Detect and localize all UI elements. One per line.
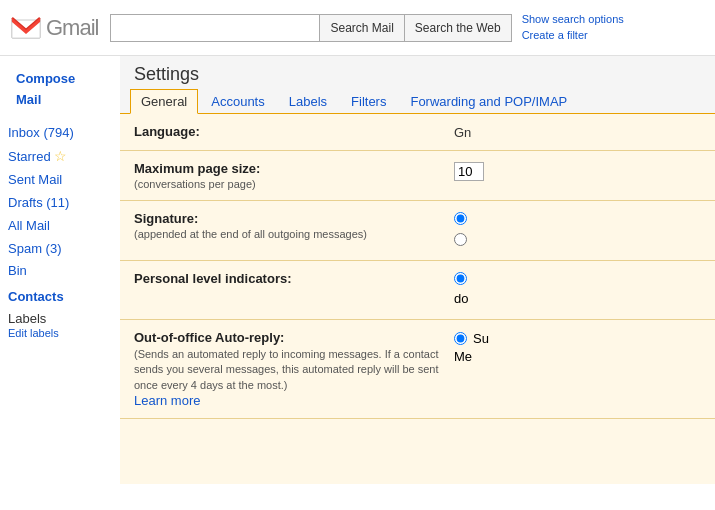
tab-labels[interactable]: Labels: [278, 89, 338, 113]
ooo-label-col: Out-of-office Auto-reply: (Sends an auto…: [134, 330, 454, 408]
compose-mail-link[interactable]: Compose Mail: [8, 68, 112, 112]
gmail-wordmark: Gmail: [46, 15, 98, 41]
sidebar-item-drafts[interactable]: Drafts (11): [0, 192, 120, 215]
starred-label-text: Starred: [8, 149, 51, 164]
signature-sublabel: (appended at the end of all outgoing mes…: [134, 228, 454, 240]
sidebar-item-starred[interactable]: Starred ☆: [0, 144, 120, 169]
ooo-label: Out-of-office Auto-reply:: [134, 330, 284, 345]
header: Gmail Search Mail Search the Web Show se…: [0, 0, 715, 56]
signature-row: Signature: (appended at the end of all o…: [120, 201, 715, 261]
language-label: Language:: [134, 124, 200, 139]
sidebar: Compose Mail Inbox (794) Starred ☆ Sent …: [0, 56, 120, 510]
show-search-options-link[interactable]: Show search options: [522, 12, 624, 27]
ooo-radio-2: Me: [454, 349, 489, 364]
sidebar-item-all[interactable]: All Mail: [0, 215, 120, 238]
language-label-col: Language:: [134, 124, 454, 139]
personal-control: do: [454, 271, 701, 309]
ooo-radio-label-2: Me: [454, 349, 472, 364]
search-web-button[interactable]: Search the Web: [405, 14, 512, 42]
tab-forwarding[interactable]: Forwarding and POP/IMAP: [399, 89, 578, 113]
ooo-row: Out-of-office Auto-reply: (Sends an auto…: [120, 320, 715, 419]
signature-radio-2: [454, 233, 467, 246]
ooo-radio-1: Su: [454, 331, 489, 346]
gmail-logo-icon: [10, 12, 42, 44]
tab-filters[interactable]: Filters: [340, 89, 397, 113]
personal-label-col: Personal level indicators:: [134, 271, 454, 286]
personal-radio-1: [454, 272, 468, 285]
ooo-control: Su Me: [454, 330, 701, 367]
search-bar: Search Mail Search the Web Show search o…: [110, 12, 623, 43]
personal-radio-text: do: [454, 291, 468, 306]
signature-label-col: Signature: (appended at the end of all o…: [134, 211, 454, 240]
sidebar-labels-heading: Labels: [0, 305, 120, 326]
ooo-description: (Sends an automated reply to incoming me…: [134, 347, 454, 393]
ooo-radio-label-1: Su: [473, 331, 489, 346]
personal-indicators-row: Personal level indicators: do: [120, 261, 715, 320]
logo-area: Gmail: [10, 12, 98, 44]
search-mail-button[interactable]: Search Mail: [320, 14, 404, 42]
signature-control: [454, 211, 701, 250]
personal-radio-input-1[interactable]: [454, 272, 467, 285]
tab-general[interactable]: General: [130, 89, 198, 114]
search-input[interactable]: [110, 14, 320, 42]
main-layout: Compose Mail Inbox (794) Starred ☆ Sent …: [0, 56, 715, 510]
sidebar-item-bin[interactable]: Bin: [0, 260, 120, 283]
star-icon: ☆: [54, 148, 67, 164]
settings-title: Settings: [120, 56, 715, 89]
personal-radio-label: do: [454, 291, 468, 306]
settings-content: Language: Gn Maximum page size: (convers…: [120, 114, 715, 484]
sidebar-item-contacts[interactable]: Contacts: [0, 283, 120, 305]
page-size-sublabel: (conversations per page): [134, 178, 454, 190]
create-filter-link[interactable]: Create a filter: [522, 28, 624, 43]
content-area: Settings General Accounts Labels Filters…: [120, 56, 715, 510]
search-options: Show search options Create a filter: [522, 12, 624, 43]
signature-radio-input-1[interactable]: [454, 212, 467, 225]
page-size-label-col: Maximum page size: (conversations per pa…: [134, 161, 454, 190]
page-size-label: Maximum page size:: [134, 161, 260, 176]
language-value: Gn: [454, 125, 471, 140]
tab-accounts[interactable]: Accounts: [200, 89, 275, 113]
sidebar-item-sent[interactable]: Sent Mail: [0, 169, 120, 192]
language-control: Gn: [454, 124, 701, 140]
sidebar-item-inbox[interactable]: Inbox (794): [0, 122, 120, 145]
signature-label: Signature:: [134, 211, 198, 226]
page-size-input[interactable]: [454, 162, 484, 181]
ooo-options: Su Me: [454, 331, 489, 367]
edit-labels-link[interactable]: Edit labels: [0, 326, 120, 340]
learn-more-link[interactable]: Learn more: [134, 393, 200, 408]
signature-radio-input-2[interactable]: [454, 233, 467, 246]
ooo-radio-input-1[interactable]: [454, 332, 467, 345]
page-size-control: [454, 161, 701, 181]
signature-radio-1: [454, 212, 467, 225]
language-row: Language: Gn: [120, 114, 715, 151]
settings-tabs: General Accounts Labels Filters Forwardi…: [120, 89, 715, 114]
page-size-row: Maximum page size: (conversations per pa…: [120, 151, 715, 201]
sidebar-item-spam[interactable]: Spam (3): [0, 238, 120, 261]
personal-label: Personal level indicators:: [134, 271, 292, 286]
